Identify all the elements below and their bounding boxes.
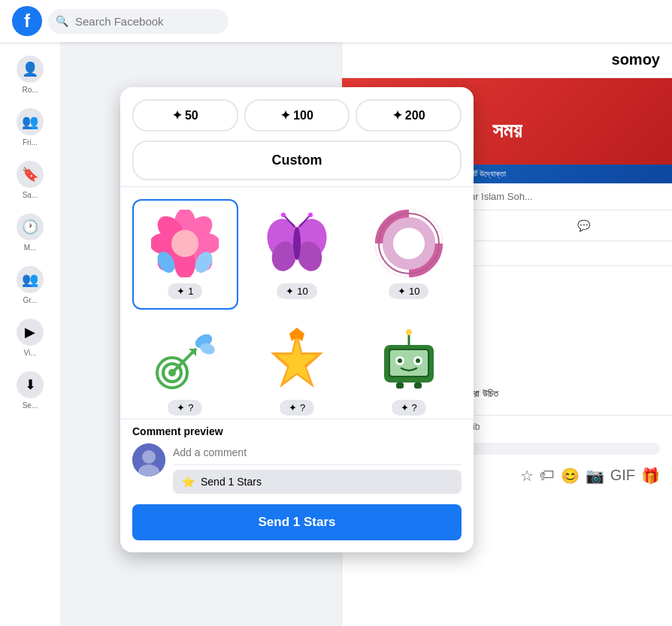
butterfly-cost-value: 10 — [297, 286, 307, 297]
custom-label: Custom — [272, 153, 322, 168]
svg-point-19 — [281, 213, 286, 217]
preview-send-stars: ⭐ Send 1 Stars — [173, 470, 462, 494]
star-item-tv[interactable]: ✦ ? — [356, 316, 462, 419]
stars-dialog: ✦ 50 ✦ 100 ✦ 200 Custom — [120, 87, 474, 552]
sidebar-label-groups: Gr... — [23, 296, 38, 305]
sidebar: 👤 Ro... 👥 Fri... 🔖 Sa... 🕐 M... 👥 Gr... … — [0, 42, 60, 626]
svg-point-8 — [171, 230, 198, 257]
butterfly-emoji-container — [263, 210, 331, 277]
stars-amount-50[interactable]: ✦ 50 — [132, 99, 238, 132]
sidebar-item-friends[interactable]: 👥 Fri... — [3, 102, 57, 153]
butterfly-cost-icon: ✦ — [286, 286, 294, 297]
comment-preview-row: ⭐ Send 1 Stars — [132, 443, 462, 494]
send-stars-text: Send 1 Stars — [201, 476, 262, 488]
memories-icon: 🕐 — [17, 213, 44, 240]
gift-icon[interactable]: 🎁 — [641, 467, 660, 485]
groups-icon: 👥 — [17, 266, 44, 293]
sidebar-label-saved: Sa... — [23, 191, 38, 200]
search-input[interactable] — [48, 9, 229, 34]
target-cost-value: ? — [188, 402, 193, 413]
sidebar-label-profile: Ro... — [22, 86, 38, 95]
stars-50-icon: ✦ — [172, 108, 182, 122]
sidebar-label-video: Vi... — [23, 349, 36, 358]
star-item-target[interactable]: ✦ ? — [132, 316, 238, 419]
comment-preview-section: Comment preview ⭐ Send 1 Stars — [120, 419, 474, 497]
dialog-divider — [120, 186, 474, 187]
post-image-text: সময় — [492, 119, 522, 144]
main-layout: 👤 Ro... 👥 Fri... 🔖 Sa... 🕐 M... 👥 Gr... … — [0, 42, 672, 626]
target-cost-icon: ✦ — [177, 402, 185, 413]
svg-rect-46 — [396, 383, 404, 389]
star-item-starfruit[interactable]: ✦ ? — [244, 316, 350, 419]
starfruit-cost: ✦ ? — [280, 400, 314, 416]
svg-point-31 — [168, 369, 176, 377]
stars-100-label: 100 — [293, 109, 313, 122]
sticker-icon[interactable]: 🏷 — [540, 467, 555, 485]
tv-cost-icon: ✦ — [401, 402, 409, 413]
gif-icon[interactable]: GIF — [610, 467, 635, 485]
emoji-icon[interactable]: 😊 — [561, 467, 580, 485]
sidebar-item-profile[interactable]: 👤 Ro... — [3, 50, 57, 101]
flower-cost: ✦ 1 — [168, 283, 202, 299]
friends-icon: 👥 — [17, 108, 44, 135]
stars-amount-100[interactable]: ✦ 100 — [244, 99, 350, 132]
sidebar-item-memories[interactable]: 🕐 M... — [3, 207, 57, 259]
comment-icon: 💬 — [577, 219, 590, 231]
page-title: somoy — [612, 51, 660, 68]
sidebar-item-saved[interactable]: 🔖 Sa... — [3, 155, 57, 206]
saved-icon: 🔖 — [17, 161, 44, 188]
stars-amounts-row: ✦ 50 ✦ 100 ✦ 200 — [120, 87, 474, 138]
stars-100-icon: ✦ — [280, 108, 290, 122]
camera-icon[interactable]: 📷 — [586, 467, 604, 485]
target-emoji-container — [151, 326, 219, 394]
fb-logo: f — [12, 6, 42, 36]
star-item-flower[interactable]: ✦ 1 — [132, 199, 238, 310]
topbar: f 🔍 — [0, 0, 672, 42]
lifebuoy-cost-value: 10 — [409, 286, 419, 297]
comment-button[interactable]: 💬 — [507, 213, 661, 237]
svg-point-49 — [142, 450, 156, 464]
svg-rect-47 — [414, 383, 422, 389]
sidebar-label-more: Se... — [23, 401, 38, 410]
stars-grid: ✦ 1 — [120, 193, 474, 419]
svg-marker-35 — [277, 337, 317, 382]
svg-point-45 — [406, 329, 412, 335]
preview-inputs: ⭐ Send 1 Stars — [173, 443, 462, 494]
svg-point-21 — [308, 213, 313, 217]
svg-rect-39 — [390, 350, 428, 376]
stars-200-icon: ✦ — [392, 108, 402, 122]
tv-emoji-container — [375, 326, 443, 394]
flower-cost-value: 1 — [188, 286, 193, 297]
star-input-icon[interactable]: ☆ — [520, 467, 534, 485]
tv-cost: ✦ ? — [392, 400, 426, 416]
sidebar-label-friends: Fri... — [23, 138, 38, 147]
svg-point-43 — [416, 358, 420, 363]
target-cost: ✦ ? — [168, 400, 202, 416]
profile-avatar: 👤 — [17, 56, 44, 83]
content-area: ✦ 50 ✦ 100 ✦ 200 Custom — [60, 42, 672, 626]
flower-emoji-container — [151, 210, 219, 277]
lifebuoy-emoji-container — [375, 210, 443, 277]
preview-comment-input[interactable] — [173, 443, 462, 465]
tv-cost-value: ? — [412, 402, 417, 413]
send-stars-button[interactable]: Send 1 Stars — [132, 504, 462, 540]
star-item-lifebuoy[interactable]: ✦ 10 — [356, 199, 462, 310]
stars-50-label: 50 — [185, 109, 198, 122]
star-item-butterfly[interactable]: ✦ 10 — [244, 199, 350, 310]
sidebar-label-memories: M... — [24, 243, 37, 253]
send-button-label: Send 1 Stars — [259, 515, 336, 529]
custom-button[interactable]: Custom — [132, 141, 462, 180]
search-icon: 🔍 — [56, 15, 68, 27]
sidebar-item-groups[interactable]: 👥 Gr... — [3, 260, 57, 311]
preview-avatar — [132, 443, 165, 476]
sidebar-item-more[interactable]: ⬇ Se... — [3, 365, 57, 416]
starfruit-cost-icon: ✦ — [289, 402, 297, 413]
comment-preview-label: Comment preview — [132, 425, 462, 437]
more-icon: ⬇ — [17, 371, 44, 398]
send-stars-icon: ⭐ — [182, 476, 195, 488]
search-wrap: 🔍 — [48, 9, 229, 34]
butterfly-cost: ✦ 10 — [277, 283, 316, 299]
svg-point-42 — [398, 358, 402, 363]
stars-amount-200[interactable]: ✦ 200 — [356, 99, 462, 132]
sidebar-item-video[interactable]: ▶ Vi... — [3, 313, 57, 364]
